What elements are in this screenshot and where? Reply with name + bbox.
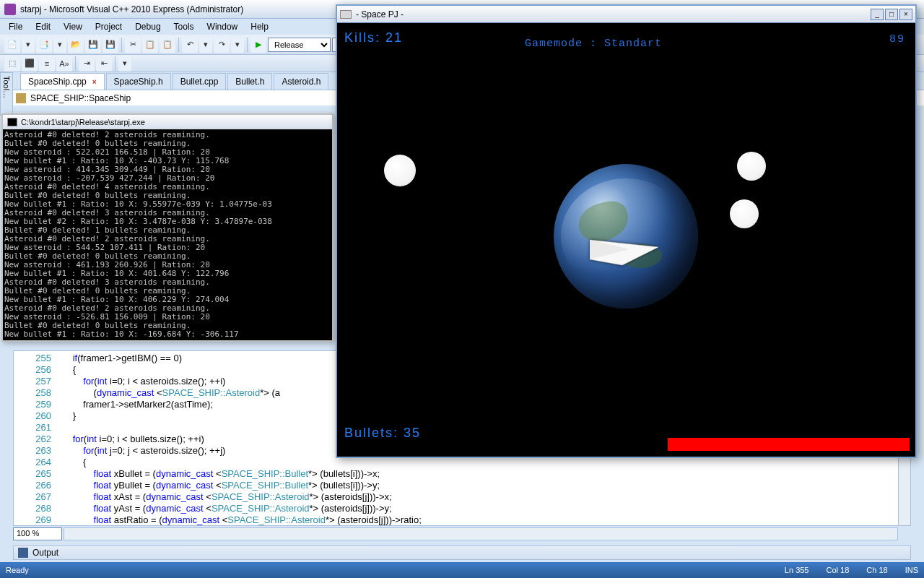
game-titlebar[interactable]: - Space PJ - _ □ × (337, 6, 915, 23)
copy-button[interactable]: 📋 (142, 37, 158, 53)
hud-gamemode: Gamemode : Standart (525, 38, 662, 50)
maximize-button[interactable]: □ (885, 9, 898, 20)
menu-debug[interactable]: Debug (129, 20, 166, 33)
toolbox-strip[interactable]: Tool… (0, 72, 13, 116)
zoom-dropdown[interactable]: 100 % (13, 527, 62, 540)
selection-icon[interactable]: ⬚ (4, 56, 20, 72)
asteroid (730, 199, 759, 228)
console-output: Asteroid #0 deleted! 2 asteroids reamini… (3, 129, 332, 340)
menu-tools[interactable]: Tools (168, 20, 200, 33)
line-gutter: 2552562572582592602612622632642652662672… (14, 351, 57, 525)
close-icon[interactable]: × (92, 78, 97, 86)
outdent-button[interactable]: ⇤ (96, 56, 112, 72)
player-spaceship (590, 229, 662, 275)
indent-button[interactable]: ⇥ (79, 56, 95, 72)
asteroid (737, 152, 766, 181)
console-titlebar[interactable]: C:\kondr1\starpj\Release\starpj.exe (3, 115, 332, 129)
output-panel-tab[interactable]: Output (13, 545, 911, 560)
hud-score: 89 (889, 33, 905, 46)
paste-button[interactable]: 📋 (160, 37, 175, 53)
ide-title: starpj - Microsoft Visual C++ 2010 Expre… (20, 4, 243, 14)
cut-button[interactable]: ✂ (125, 37, 141, 53)
save-button[interactable]: 💾 (85, 37, 101, 53)
new-dropdown[interactable]: ▾ (22, 37, 35, 53)
status-ch: Ch 18 (866, 566, 887, 574)
display-toggle[interactable]: ⬛ (22, 56, 38, 72)
bookmark-button[interactable]: A» (56, 56, 72, 72)
status-col: Col 18 (827, 566, 850, 574)
app-icon (340, 10, 352, 19)
save-all-button[interactable]: 💾 (103, 37, 118, 53)
tab-bullet-cpp[interactable]: Bullet.cpp (173, 73, 227, 90)
tab-spaceship-cpp[interactable]: SpaceShip.cpp × (20, 73, 105, 90)
add-dropdown[interactable]: ▾ (53, 37, 66, 53)
undo-button[interactable]: ↶ (182, 37, 198, 53)
add-item-button[interactable]: 📑 (36, 37, 52, 53)
minimize-button[interactable]: _ (871, 9, 884, 20)
menu-view[interactable]: View (58, 20, 88, 33)
tab-bullet-h[interactable]: Bullet.h (227, 73, 272, 90)
game-window[interactable]: - Space PJ - _ □ × Kills: 21 Gamemode : … (336, 4, 917, 458)
statusbar: Ready Ln 355 Col 18 Ch 18 INS (0, 562, 924, 578)
config-dropdown[interactable]: Release (268, 38, 331, 52)
status-ready: Ready (6, 566, 29, 574)
output-icon (18, 548, 28, 558)
menu-window[interactable]: Window (201, 20, 244, 33)
vs-icon (4, 4, 16, 15)
open-button[interactable]: 📂 (68, 37, 84, 53)
new-project-button[interactable]: 📄 (4, 37, 20, 53)
asteroid (384, 155, 416, 186)
undo-dropdown[interactable]: ▾ (199, 37, 212, 53)
menu-edit[interactable]: Edit (30, 20, 56, 33)
toolbar-overflow[interactable]: ▾ (118, 56, 131, 72)
redo-button[interactable]: ↷ (214, 37, 230, 53)
start-debug-button[interactable]: ▶ (250, 37, 266, 53)
tab-spaceship-h[interactable]: SpaceShip.h (106, 73, 171, 90)
class-icon (16, 93, 26, 103)
menu-project[interactable]: Project (90, 20, 128, 33)
redo-dropdown[interactable]: ▾ (231, 37, 244, 53)
hud-kills: Kills: 21 (344, 30, 403, 46)
tab-asteroid-h[interactable]: Asteroid.h (274, 73, 328, 90)
terminal-icon (7, 118, 17, 126)
status-ins: INS (905, 566, 918, 574)
horizontal-scrollbar[interactable] (64, 527, 898, 540)
health-bar (668, 438, 910, 451)
close-button[interactable]: × (899, 9, 912, 20)
status-line: Ln 355 (785, 566, 809, 574)
game-canvas[interactable]: Kills: 21 Gamemode : Standart 89 Bullets… (337, 23, 915, 457)
menu-file[interactable]: File (3, 20, 28, 33)
hud-bullets: Bullets: 35 (344, 426, 421, 441)
menu-help[interactable]: Help (245, 20, 274, 33)
comment-button[interactable]: ≡ (39, 56, 55, 72)
console-window[interactable]: C:\kondr1\starpj\Release\starpj.exe Aste… (1, 113, 334, 342)
